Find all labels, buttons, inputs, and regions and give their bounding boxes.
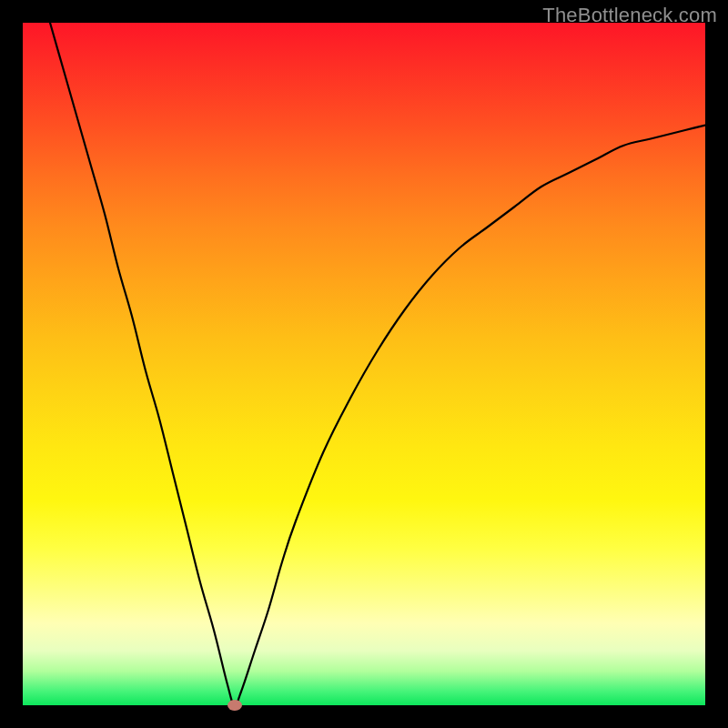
watermark-text: TheBottleneck.com [542,4,717,27]
plot-area [23,23,705,705]
optimum-marker [228,700,242,711]
bottleneck-curve [23,23,705,705]
curve-path [50,23,705,705]
chart-frame: TheBottleneck.com [0,0,728,728]
